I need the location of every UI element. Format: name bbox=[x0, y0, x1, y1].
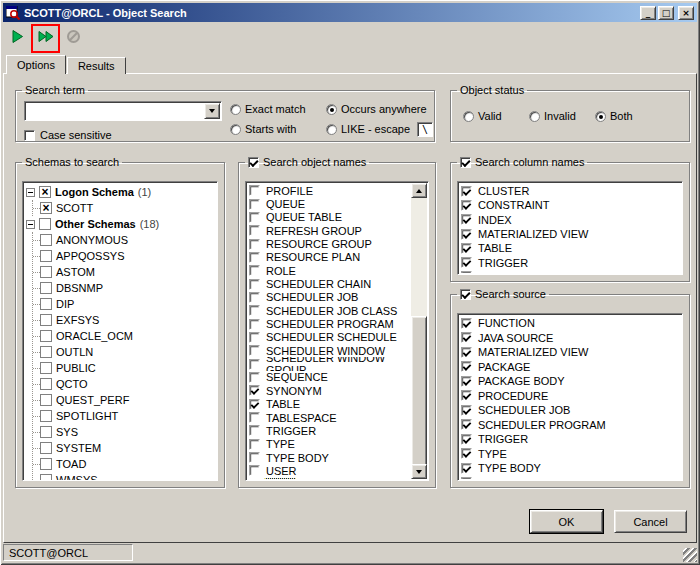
checkbox-icon[interactable] bbox=[461, 333, 471, 343]
checklist-item-constraint[interactable]: CONSTRAINT bbox=[460, 198, 680, 212]
checkbox-icon[interactable] bbox=[249, 426, 259, 436]
search-source-checkbox[interactable] bbox=[460, 289, 471, 300]
tree-checkbox[interactable] bbox=[39, 218, 51, 230]
checkbox-icon[interactable] bbox=[249, 252, 259, 262]
checklist-item-type-body[interactable]: TYPE BODY bbox=[248, 451, 411, 464]
checkbox-icon[interactable] bbox=[249, 359, 259, 369]
tree-checkbox[interactable] bbox=[39, 186, 51, 198]
checklist-item-synonym[interactable]: SYNONYM bbox=[248, 384, 411, 397]
checkbox-icon[interactable] bbox=[249, 452, 259, 462]
checkbox-icon[interactable] bbox=[461, 215, 471, 225]
checklist-item-view[interactable]: VIEW bbox=[248, 478, 411, 479]
checklist-item-refresh-group[interactable]: REFRESH GROUP bbox=[248, 224, 411, 237]
checklist-item-scheduler-window-group[interactable]: SCHEDULER WINDOW GROUP bbox=[248, 357, 411, 370]
tree-item-quest-perf[interactable]: QUEST_PERF bbox=[33, 392, 217, 408]
checklist-item-table[interactable]: TABLE bbox=[248, 398, 411, 411]
checkbox-icon[interactable] bbox=[249, 199, 259, 209]
radio-both[interactable]: Both bbox=[595, 110, 661, 122]
checkbox-icon[interactable] bbox=[249, 346, 259, 356]
tree-checkbox[interactable] bbox=[40, 378, 52, 390]
checklist-item-role[interactable]: ROLE bbox=[248, 264, 411, 277]
checklist-item-type[interactable]: TYPE bbox=[460, 447, 680, 462]
tree-item-dbsnmp[interactable]: DBSNMP bbox=[33, 280, 217, 296]
checkbox-icon[interactable] bbox=[249, 412, 259, 422]
close-button[interactable]: × bbox=[678, 6, 694, 20]
radio-occurs-anywhere[interactable]: Occurs anywhere bbox=[326, 103, 433, 115]
run-search-all-button[interactable] bbox=[34, 27, 57, 50]
checklist-item-java-source[interactable]: JAVA SOURCE bbox=[460, 331, 680, 346]
checklist-item-profile[interactable]: PROFILE bbox=[248, 184, 411, 197]
tab-results[interactable]: Results bbox=[67, 57, 126, 74]
checklist-item-queue-table[interactable]: QUEUE TABLE bbox=[248, 211, 411, 224]
tree-checkbox[interactable] bbox=[40, 394, 52, 406]
checkbox-icon[interactable] bbox=[461, 229, 471, 239]
checklist-item-type-body[interactable]: TYPE BODY bbox=[460, 461, 680, 476]
search-column-names-checkbox[interactable] bbox=[460, 157, 471, 168]
checkbox-icon[interactable] bbox=[461, 420, 471, 430]
checkbox-icon[interactable] bbox=[249, 279, 259, 289]
tree-checkbox[interactable] bbox=[40, 426, 52, 438]
tree-item-appqossys[interactable]: APPQOSSYS bbox=[33, 248, 217, 264]
tree-item-dip[interactable]: DIP bbox=[33, 296, 217, 312]
radio-icon[interactable] bbox=[529, 111, 540, 122]
tree-item-wmsys[interactable]: WMSYS bbox=[33, 472, 217, 481]
checkbox-icon[interactable] bbox=[24, 130, 35, 141]
maximize-button[interactable]: □ bbox=[658, 6, 674, 20]
tree-item-exfsys[interactable]: EXFSYS bbox=[33, 312, 217, 328]
tree-checkbox[interactable] bbox=[40, 250, 52, 262]
tree-checkbox[interactable] bbox=[40, 346, 52, 358]
checkbox-icon[interactable] bbox=[461, 449, 471, 459]
cancel-button[interactable]: Cancel bbox=[614, 510, 687, 533]
checklist-item-resource-group[interactable]: RESOURCE GROUP bbox=[248, 237, 411, 250]
checklist-item-scheduler-program[interactable]: SCHEDULER PROGRAM bbox=[248, 317, 411, 330]
checkbox-icon[interactable] bbox=[461, 200, 471, 210]
checklist-item-scheduler-window[interactable]: SCHEDULER WINDOW bbox=[248, 344, 411, 357]
radio-icon[interactable] bbox=[463, 111, 474, 122]
tree-checkbox[interactable] bbox=[40, 474, 52, 481]
checkbox-icon[interactable] bbox=[249, 386, 259, 396]
checklist-item-queue[interactable]: QUEUE bbox=[248, 197, 411, 210]
tree-checkbox[interactable] bbox=[40, 442, 52, 454]
radio-icon[interactable] bbox=[595, 111, 606, 122]
checklist-item-view[interactable]: VIEW bbox=[460, 476, 680, 480]
checklist-item-package-body[interactable]: PACKAGE BODY bbox=[460, 374, 680, 389]
checkbox-icon[interactable] bbox=[249, 372, 259, 382]
minimize-button[interactable]: _ bbox=[640, 6, 656, 20]
tree-item-spotlight[interactable]: SPOTLIGHT bbox=[33, 408, 217, 424]
checklist-item-trigger[interactable]: TRIGGER bbox=[248, 424, 411, 437]
tree-item-public[interactable]: PUBLIC bbox=[33, 360, 217, 376]
checkbox-icon[interactable] bbox=[461, 478, 471, 479]
tree-item-sys[interactable]: SYS bbox=[33, 424, 217, 440]
tree-checkbox[interactable] bbox=[40, 362, 52, 374]
checklist-item-view[interactable]: VIEW bbox=[460, 270, 680, 273]
tree-item-outln[interactable]: OUTLN bbox=[33, 344, 217, 360]
tree-item-system[interactable]: SYSTEM bbox=[33, 440, 217, 456]
tree-item-toad[interactable]: TOAD bbox=[33, 456, 217, 472]
tree-item-qcto[interactable]: QCTO bbox=[33, 376, 217, 392]
radio-invalid[interactable]: Invalid bbox=[529, 110, 595, 122]
radio-exact-match[interactable]: Exact match bbox=[230, 103, 322, 115]
tree-item-logon-schema[interactable]: Logon Schema(1) bbox=[26, 184, 217, 200]
checkbox-icon[interactable] bbox=[461, 434, 471, 444]
checkbox-icon[interactable] bbox=[249, 185, 259, 195]
case-sensitive-checkbox[interactable]: Case sensitive bbox=[24, 129, 112, 141]
search-object-names-checkbox[interactable] bbox=[248, 157, 259, 168]
tree-checkbox[interactable] bbox=[40, 266, 52, 278]
scroll-down-button[interactable] bbox=[411, 464, 427, 479]
checkbox-icon[interactable] bbox=[249, 225, 259, 235]
tree-checkbox[interactable] bbox=[40, 314, 52, 326]
radio-icon[interactable] bbox=[230, 104, 241, 115]
checkbox-icon[interactable] bbox=[249, 439, 259, 449]
checkbox-icon[interactable] bbox=[461, 391, 471, 401]
radio-icon[interactable] bbox=[326, 124, 337, 135]
checklist-item-cluster[interactable]: CLUSTER bbox=[460, 184, 680, 198]
checkbox-icon[interactable] bbox=[249, 266, 259, 276]
scroll-up-button[interactable] bbox=[411, 183, 427, 198]
checklist-item-procedure[interactable]: PROCEDURE bbox=[460, 389, 680, 404]
checklist-item-scheduler-job[interactable]: SCHEDULER JOB bbox=[460, 403, 680, 418]
escape-char-field[interactable]: \ bbox=[417, 122, 433, 137]
checklist-item-materialized-view[interactable]: MATERIALIZED VIEW bbox=[460, 345, 680, 360]
scrollbar-thumb[interactable] bbox=[411, 316, 427, 470]
checklist-item-sequence[interactable]: SEQUENCE bbox=[248, 371, 411, 384]
radio-starts-with[interactable]: Starts with bbox=[230, 123, 322, 135]
